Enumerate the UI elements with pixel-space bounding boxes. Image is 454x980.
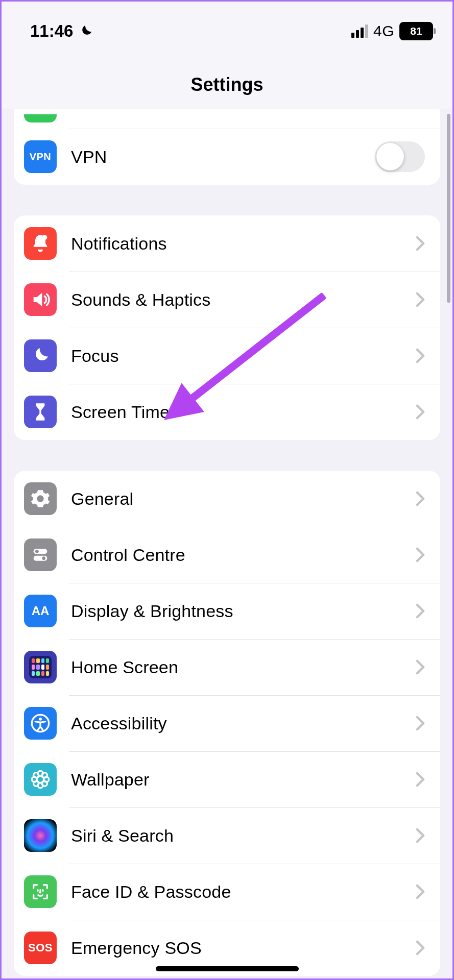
network-label: 4G bbox=[373, 22, 394, 40]
chevron-right-icon bbox=[416, 772, 425, 787]
row-label: Wallpaper bbox=[71, 770, 416, 790]
row-label: Control Centre bbox=[71, 545, 416, 565]
status-left: 11:46 bbox=[30, 21, 93, 41]
chevron-right-icon bbox=[416, 716, 425, 731]
sos-icon: SOS bbox=[24, 932, 57, 964]
display-icon: AA bbox=[24, 595, 57, 627]
settings-row-general[interactable]: General bbox=[14, 471, 440, 527]
row-label: Screen Time bbox=[71, 402, 416, 422]
svg-point-2 bbox=[35, 550, 39, 553]
settings-group-general: General Control Centre AA Display & Brig… bbox=[14, 471, 440, 976]
row-label: Face ID & Passcode bbox=[71, 882, 416, 902]
accessibility-icon bbox=[24, 707, 57, 740]
row-label: VPN bbox=[71, 147, 375, 167]
chevron-right-icon bbox=[416, 547, 425, 562]
row-label: General bbox=[71, 489, 416, 509]
vpn-toggle[interactable] bbox=[375, 141, 425, 172]
settings-row-screentime[interactable]: Screen Time bbox=[14, 384, 440, 440]
settings-row-notifications[interactable]: Notifications bbox=[14, 215, 440, 272]
svg-point-13 bbox=[42, 773, 47, 778]
row-label: Siri & Search bbox=[71, 826, 416, 846]
controlcentre-icon bbox=[24, 538, 57, 571]
settings-group-alerts: Notifications Sounds & Haptics Focus Scr… bbox=[14, 215, 440, 440]
app-icon bbox=[24, 114, 57, 122]
row-label: Emergency SOS bbox=[71, 938, 416, 958]
status-bar: 11:46 4G 81 bbox=[2, 2, 452, 46]
chevron-right-icon bbox=[416, 292, 425, 307]
settings-group-network: VPN VPN bbox=[14, 109, 440, 185]
header: 11:46 4G 81 Settings bbox=[2, 2, 452, 109]
status-time: 11:46 bbox=[30, 21, 73, 41]
settings-row-homescreen[interactable]: Home Screen bbox=[14, 639, 440, 695]
page-title: Settings bbox=[2, 74, 452, 95]
settings-row-siri[interactable]: Siri & Search bbox=[14, 807, 440, 864]
chevron-right-icon bbox=[416, 828, 425, 843]
wallpaper-icon bbox=[24, 763, 57, 796]
row-label: Notifications bbox=[71, 234, 416, 254]
chevron-right-icon bbox=[416, 884, 425, 899]
row-label: Display & Brightness bbox=[71, 601, 416, 621]
settings-row-focus[interactable]: Focus bbox=[14, 328, 440, 384]
settings-row-display[interactable]: AA Display & Brightness bbox=[14, 583, 440, 639]
scrollbar[interactable] bbox=[447, 114, 450, 303]
chevron-right-icon bbox=[416, 940, 425, 955]
battery-percent: 81 bbox=[410, 25, 422, 37]
row-label: Focus bbox=[71, 346, 416, 366]
list-item[interactable] bbox=[14, 109, 440, 129]
status-right: 4G 81 bbox=[351, 22, 433, 40]
chevron-right-icon bbox=[416, 603, 425, 619]
row-label: Home Screen bbox=[71, 657, 416, 677]
svg-point-6 bbox=[39, 718, 42, 721]
sounds-icon bbox=[24, 283, 57, 316]
settings-row-vpn[interactable]: VPN VPN bbox=[14, 129, 440, 185]
general-icon bbox=[24, 482, 57, 515]
focus-icon bbox=[24, 339, 57, 372]
battery-icon: 81 bbox=[399, 22, 433, 40]
svg-point-14 bbox=[34, 781, 39, 786]
chevron-right-icon bbox=[416, 236, 425, 251]
chevron-right-icon bbox=[416, 491, 425, 506]
settings-row-wallpaper[interactable]: Wallpaper bbox=[14, 751, 440, 807]
settings-row-accessibility[interactable]: Accessibility bbox=[14, 695, 440, 751]
row-label: Sounds & Haptics bbox=[71, 290, 416, 310]
chevron-right-icon bbox=[416, 404, 425, 420]
settings-row-faceid[interactable]: Face ID & Passcode bbox=[14, 864, 440, 920]
chevron-right-icon bbox=[416, 348, 425, 363]
vpn-icon: VPN bbox=[24, 140, 57, 173]
home-indicator[interactable] bbox=[156, 966, 299, 971]
svg-point-0 bbox=[42, 235, 47, 240]
svg-point-12 bbox=[34, 773, 39, 778]
svg-point-15 bbox=[42, 781, 47, 786]
siri-icon bbox=[24, 819, 57, 852]
switch-knob bbox=[376, 143, 404, 170]
settings-list: VPN VPN Notifications Sounds & Haptics F… bbox=[2, 109, 452, 976]
notifications-icon bbox=[24, 227, 57, 260]
settings-row-controlcentre[interactable]: Control Centre bbox=[14, 527, 440, 583]
screentime-icon bbox=[24, 396, 57, 428]
cell-signal-icon bbox=[351, 24, 368, 38]
chevron-right-icon bbox=[416, 659, 425, 675]
do-not-disturb-icon bbox=[78, 23, 93, 39]
row-label: Accessibility bbox=[71, 714, 416, 733]
faceid-icon bbox=[24, 875, 57, 908]
settings-row-sounds[interactable]: Sounds & Haptics bbox=[14, 272, 440, 328]
svg-point-4 bbox=[42, 556, 45, 560]
homescreen-icon bbox=[24, 651, 57, 683]
